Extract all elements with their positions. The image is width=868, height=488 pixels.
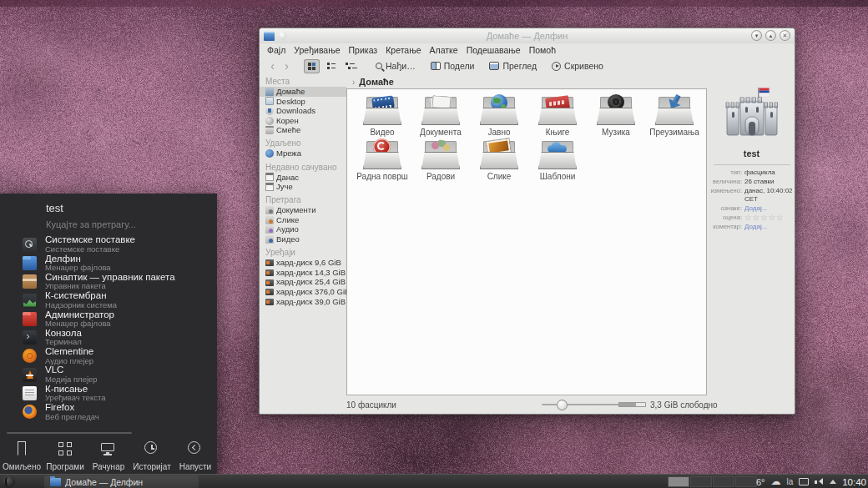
sidebar-item-label: Мрежа — [276, 148, 301, 158]
weather-icon[interactable]: ☁ — [770, 475, 780, 488]
folder-item[interactable]: Књиге — [528, 96, 587, 140]
temperature-widget[interactable]: 6° — [756, 477, 765, 487]
sidebar-item[interactable]: Мрежа — [265, 148, 346, 158]
details-view-button[interactable] — [342, 59, 358, 73]
app-launcher-button[interactable] — [3, 475, 15, 488]
volume-icon[interactable] — [815, 477, 824, 486]
menu-item[interactable]: Подешавање — [462, 45, 525, 55]
folder-item[interactable]: Шаблони — [528, 140, 587, 184]
launcher-app-list: Системске поставкеСистемске поставкеДелф… — [0, 235, 217, 421]
folder-item[interactable]: Музика — [587, 96, 645, 140]
breadcrumb[interactable]: ›Домаће — [346, 75, 707, 88]
taskbar-task-dolphin[interactable]: Домаће — Делфин — [44, 475, 199, 488]
launcher-app-item[interactable]: АдминистраторМенаџер фајлова — [0, 309, 217, 328]
launcher-app-item[interactable]: ДелфинМенаџер фајлова — [0, 254, 217, 272]
launcher-tab-apps[interactable]: Програми — [43, 437, 87, 471]
folder-icon — [421, 96, 460, 125]
sidebar-item[interactable]: Downloads — [265, 106, 346, 116]
folder-item[interactable]: Преузимања — [645, 96, 704, 140]
sidebar-item[interactable]: Смеће — [265, 125, 346, 135]
folder-item[interactable]: Видео — [353, 96, 411, 140]
display-icon[interactable] — [799, 478, 809, 485]
rating-stars[interactable]: ☆☆☆☆☆ — [744, 214, 785, 222]
launcher-tab-bookmark[interactable]: Омиљено — [0, 437, 43, 471]
minimize-button[interactable]: ▾ — [751, 30, 762, 41]
zoom-slider[interactable] — [542, 404, 623, 405]
folder-item[interactable]: Радови — [411, 140, 470, 184]
folder-item[interactable]: Јавно — [470, 96, 528, 140]
add-link[interactable]: Додај... — [744, 204, 767, 213]
sidebar-item[interactable]: Корен — [265, 116, 346, 126]
titlebar[interactable]: Домаће — Делфин ▾ ▴ ✕ — [260, 28, 795, 43]
folder-label: Видео — [370, 128, 394, 137]
add-link[interactable]: Додај... — [744, 223, 767, 231]
preview-button[interactable]: Преглед — [482, 58, 543, 74]
hidden-button[interactable]: Скривено — [545, 58, 610, 74]
launcher-app-item[interactable]: FirefoxВеб прегледач — [0, 403, 217, 421]
calendar-icon — [265, 183, 274, 191]
folder-item[interactable]: Слике — [470, 140, 528, 184]
launcher-app-item[interactable]: КонзолаТерминал — [0, 328, 217, 346]
menu-item[interactable]: Фајл — [263, 45, 290, 55]
menubar: ФајлУређивањеПриказКретањеАлаткеПодешава… — [260, 43, 795, 57]
keyboard-layout[interactable]: la — [786, 477, 793, 486]
close-button[interactable]: ✕ — [780, 30, 790, 41]
downloads-icon — [265, 107, 274, 115]
launcher-tab-computer[interactable]: Рачунар — [87, 437, 130, 471]
folder-icon — [538, 140, 577, 169]
folder-item[interactable]: Радна површ — [353, 140, 411, 184]
sidebar-item[interactable]: хард-диск 376,0 GiB — [265, 287, 346, 297]
sidebar-item[interactable]: Слике — [265, 215, 346, 225]
details-view-icon-lines — [350, 63, 355, 65]
folder-icon — [480, 96, 518, 125]
launcher-tab-leave[interactable]: Напусти — [174, 437, 217, 471]
info-row: величина:26 ставки — [710, 178, 793, 186]
launcher-app-item[interactable]: Системске поставкеСистемске поставке — [0, 235, 217, 254]
launcher-app-item[interactable]: К-систембранНадзорник система — [0, 291, 217, 309]
menu-item[interactable]: Помоћ — [525, 45, 560, 55]
menu-item[interactable]: Кретање — [381, 45, 425, 55]
sidebar-item[interactable]: хард-диск 25,4 GiB — [265, 277, 346, 287]
info-value: данас, 10:40:02 CET — [744, 187, 793, 204]
search-input[interactable] — [46, 219, 204, 229]
folder-item[interactable]: Документа — [411, 96, 470, 140]
sidebar-item[interactable]: Аудио — [265, 224, 346, 234]
sidebar-item[interactable]: хард-диск 9,6 GiB — [265, 258, 346, 268]
sidebar-item[interactable]: Видео — [265, 234, 346, 244]
dolphin-window: Домаће — Делфин ▾ ▴ ✕ ФајлУређивањеПрика… — [259, 28, 795, 415]
sidebar-item[interactable]: хард-диск 39,0 GiB — [265, 297, 346, 307]
launcher-app-item[interactable]: Синаптик — управник пакетаУправник пакет… — [0, 273, 217, 291]
back-button[interactable]: ‹ — [266, 58, 279, 73]
launcher-tab-history[interactable]: Историјат — [130, 437, 174, 471]
menu-item[interactable]: Приказ — [345, 45, 382, 55]
split-icon — [431, 62, 441, 70]
compact-view-button[interactable] — [323, 59, 339, 73]
tray-expand-icon[interactable] — [830, 476, 836, 484]
forward-button[interactable]: › — [280, 58, 293, 73]
sidebar-item[interactable]: Јуче — [265, 182, 346, 192]
launcher-app-item[interactable]: VLCМедија плејер — [0, 365, 217, 384]
clock[interactable]: 10:40 — [842, 477, 866, 487]
sidebar-item[interactable]: хард-диск 14,3 GiB — [265, 268, 346, 278]
pager-desktop[interactable] — [713, 476, 734, 487]
menu-item[interactable]: Уређивање — [290, 45, 344, 55]
find-button[interactable]: Нађи… — [369, 58, 422, 74]
sidebar-item[interactable]: Домаће — [265, 87, 346, 97]
icons-view-button[interactable] — [304, 59, 320, 73]
folder-icon — [421, 140, 460, 169]
info-label: измењено: — [710, 187, 744, 204]
pager-desktop[interactable] — [668, 476, 689, 487]
maximize-button[interactable]: ▴ — [765, 30, 776, 41]
zoom-slider-knob[interactable] — [557, 400, 568, 410]
menu-item[interactable]: Алатке — [426, 45, 462, 55]
sidebar-item[interactable]: Документи — [265, 205, 346, 215]
launcher-app-item[interactable]: ClementineАудио плејер — [0, 347, 217, 365]
launcher-app-item[interactable]: К-писањеУређивач текста — [0, 384, 217, 402]
sidebar-item[interactable]: Desktop — [265, 97, 346, 107]
folder-view[interactable]: ВидеоДокументаЈавноКњигеМузикаПреузимања… — [346, 88, 707, 395]
split-button[interactable]: Подели — [424, 58, 482, 74]
sidebar-item[interactable]: Данас — [265, 173, 346, 183]
pager-desktop[interactable] — [735, 476, 757, 487]
tab-label: Програми — [46, 462, 84, 471]
pager-desktop[interactable] — [690, 476, 712, 487]
